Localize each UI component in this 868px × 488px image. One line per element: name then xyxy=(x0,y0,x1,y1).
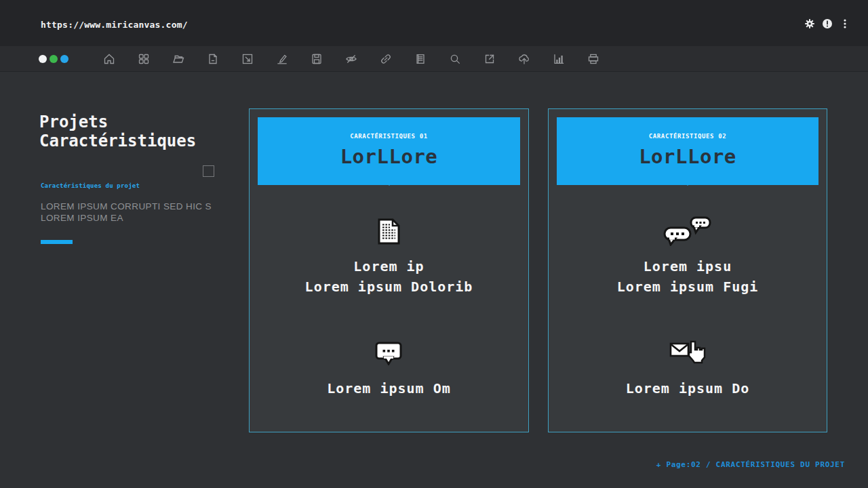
settings-icon[interactable] xyxy=(804,18,815,29)
canvas-resize-icon[interactable] xyxy=(241,52,254,66)
page-title-line2: Caractéristiques xyxy=(39,131,196,150)
print-icon[interactable] xyxy=(587,52,600,66)
page-indicator[interactable]: + Page:02 / CARACTÉRISTIQUES DU PROJET xyxy=(656,460,845,469)
feature-text-line: Lorem ip xyxy=(250,256,528,277)
card-2-header[interactable]: CARACTÉRISTIQUES 02 LorLLore xyxy=(557,117,818,185)
dot-blue[interactable] xyxy=(60,55,68,63)
page-title-line1: Projets xyxy=(39,113,108,131)
card-2-feature-1: Lorem ipsu Lorem ipsum Fugi xyxy=(549,215,827,297)
file-icon[interactable] xyxy=(206,52,220,66)
card-1-feature-2-text[interactable]: Lorem ipsum Om xyxy=(250,378,528,399)
chart-icon[interactable] xyxy=(552,52,566,66)
card-1-title: LorLLore xyxy=(340,145,438,168)
card-2-feature-1-text[interactable]: Lorem ipsu Lorem ipsum Fugi xyxy=(549,256,827,297)
mail-cursor-icon[interactable] xyxy=(549,337,827,369)
card-1-header[interactable]: CARACTÉRISTIQUES 01 LorLLore xyxy=(258,117,520,185)
feature-text-line: Lorem ipsum Om xyxy=(250,378,528,399)
save-icon[interactable] xyxy=(310,52,323,66)
card-2-feature-2-text[interactable]: Lorem ipsum Do xyxy=(549,378,827,399)
section-label[interactable]: Caractéristiques du projet xyxy=(41,182,140,189)
card-1-feature-1: Lorem ip Lorem ipsum Dolorib xyxy=(250,215,528,297)
info-icon[interactable] xyxy=(822,18,833,29)
document-icon[interactable] xyxy=(250,215,528,247)
chat-bubbles-icon[interactable] xyxy=(549,215,827,247)
open-external-icon[interactable] xyxy=(483,52,496,66)
card-1-tag: CARACTÉRISTIQUES 01 xyxy=(350,133,427,140)
card-2-tag: CARACTÉRISTIQUES 02 xyxy=(649,133,726,140)
card-2-feature-2: Lorem ipsum Do xyxy=(549,337,827,399)
card-2-title: LorLLore xyxy=(639,145,736,168)
apps-grid-icon[interactable] xyxy=(137,52,151,66)
url-text[interactable]: https://www.miricanvas.com/ xyxy=(41,20,188,30)
page-title[interactable]: Projets Caractéristiques xyxy=(39,113,196,150)
description-text[interactable]: LOREM IPSUM CORRUPTI SED HIC S LOREM IPS… xyxy=(41,201,212,224)
dot-white[interactable] xyxy=(39,55,47,63)
window-dots xyxy=(39,55,68,63)
card-1-feature-1-text[interactable]: Lorem ip Lorem ipsum Dolorib xyxy=(250,256,528,297)
folder-open-icon[interactable] xyxy=(172,52,185,66)
chat-bubble-icon[interactable] xyxy=(250,337,528,369)
topbar-actions xyxy=(804,18,850,29)
accent-underline-bar[interactable] xyxy=(41,240,73,244)
link-icon[interactable] xyxy=(379,52,393,66)
feature-text-line: Lorem ipsum Dolorib xyxy=(250,277,528,297)
feature-card-2[interactable]: CARACTÉRISTIQUES 02 LorLLore Lorem ipsu xyxy=(548,108,827,432)
card-2-header-tail xyxy=(679,177,696,186)
pen-icon[interactable] xyxy=(275,52,289,66)
checkbox-outline[interactable] xyxy=(203,165,214,177)
card-1-feature-2: Lorem ipsum Om xyxy=(250,337,528,399)
notes-icon[interactable] xyxy=(414,52,427,66)
tool-row xyxy=(102,46,600,72)
editor-toolbar xyxy=(0,46,868,72)
hide-icon[interactable] xyxy=(344,52,358,66)
feature-text-line: Lorem ipsum Fugi xyxy=(549,277,827,297)
search-icon[interactable] xyxy=(448,52,462,66)
home-icon[interactable] xyxy=(102,52,116,66)
kebab-menu-icon[interactable] xyxy=(840,18,850,29)
feature-text-line: Lorem ipsum Do xyxy=(549,378,827,399)
feature-card-1[interactable]: CARACTÉRISTIQUES 01 LorLLore Lorem ip Lo… xyxy=(249,108,529,432)
browser-topbar: https://www.miricanvas.com/ xyxy=(0,0,868,46)
description-line1: LOREM IPSUM CORRUPTI SED HIC S xyxy=(41,201,212,211)
dot-green[interactable] xyxy=(50,55,58,63)
cloud-upload-icon[interactable] xyxy=(517,52,531,66)
card-1-header-tail xyxy=(380,177,398,186)
feature-text-line: Lorem ipsu xyxy=(549,256,827,277)
description-line2: LOREM IPSUM EA xyxy=(41,213,123,223)
